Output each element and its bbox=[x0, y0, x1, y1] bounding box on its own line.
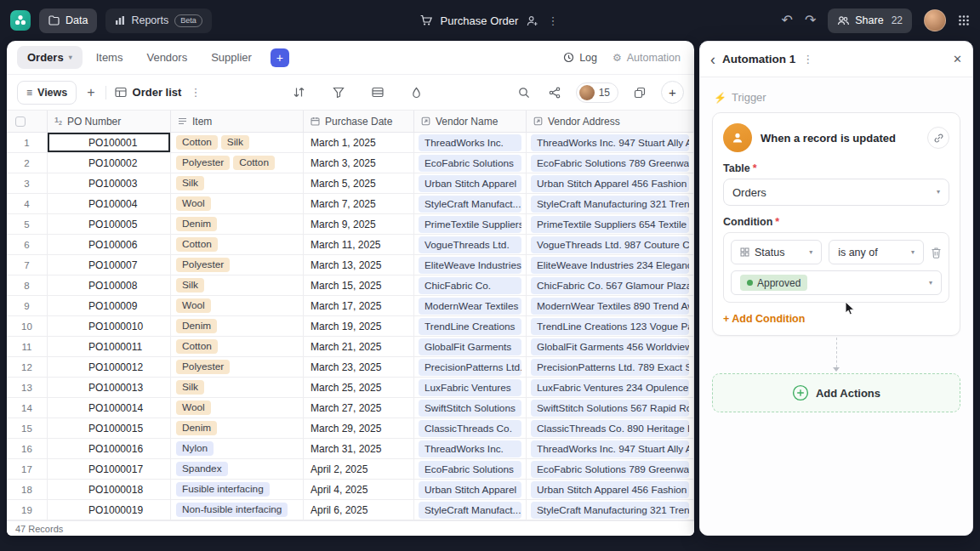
add-record-button[interactable]: + bbox=[661, 81, 684, 104]
trigger-card[interactable]: When a record is updated Table* Orders ▾… bbox=[712, 112, 960, 336]
cell-item[interactable]: PolyesterCotton bbox=[171, 153, 304, 173]
cell-vendor-name[interactable]: ChicFabric Co. bbox=[414, 276, 527, 296]
cell-vendor-address[interactable]: EcoFabric Solutions 789 Greenway Drive bbox=[527, 459, 694, 480]
cell-vendor-address[interactable]: ThreadWorks Inc. 947 Stuart Ally Apt 13B bbox=[527, 133, 694, 153]
cell-purchase-date[interactable]: March 29, 2025 bbox=[304, 418, 414, 439]
cell-item[interactable]: CottonSilk bbox=[171, 133, 304, 153]
cell-vendor-address[interactable]: Urban Stitch Apparel 456 Fashion Street … bbox=[527, 173, 694, 194]
filter-button[interactable] bbox=[329, 83, 348, 102]
cell-vendor-address[interactable]: PrecisionPatterns Ltd. 789 Exact Street … bbox=[527, 357, 694, 378]
cell-vendor-name[interactable]: GlobalFit Garments bbox=[414, 337, 527, 357]
cell-vendor-name[interactable]: ModernWear Textiles bbox=[414, 296, 527, 316]
back-button[interactable]: ‹ bbox=[710, 52, 715, 67]
row-number[interactable]: 5 bbox=[7, 214, 48, 235]
cell-purchase-date[interactable]: March 27, 2025 bbox=[304, 398, 414, 418]
cell-po-number[interactable]: PO1000014 bbox=[48, 398, 171, 418]
cell-item[interactable]: Silk bbox=[171, 276, 304, 296]
cell-purchase-date[interactable]: April 2, 2025 bbox=[304, 459, 414, 480]
search-button[interactable] bbox=[515, 83, 533, 102]
row-number[interactable]: 8 bbox=[7, 276, 48, 296]
cell-item[interactable]: Wool bbox=[171, 194, 304, 214]
cell-purchase-date[interactable]: March 15, 2025 bbox=[304, 276, 414, 296]
view-menu-button[interactable]: ⋮ bbox=[190, 86, 201, 99]
row-number[interactable]: 12 bbox=[7, 357, 48, 378]
row-number[interactable]: 16 bbox=[7, 439, 48, 459]
log-button[interactable]: Log bbox=[563, 52, 597, 64]
extensions-button[interactable] bbox=[630, 83, 649, 102]
row-number[interactable]: 7 bbox=[7, 255, 48, 276]
cell-item[interactable]: Polyester bbox=[171, 255, 304, 276]
close-panel-button[interactable]: ✕ bbox=[953, 53, 962, 65]
column-header-vendor-address[interactable]: Vendor Address bbox=[527, 111, 694, 132]
cell-item[interactable]: Non-fusible interfacing bbox=[171, 500, 304, 520]
cell-vendor-name[interactable]: SwiftStitch Solutions bbox=[414, 398, 527, 418]
cell-vendor-address[interactable]: Urban Stitch Apparel 456 Fashion Street … bbox=[527, 480, 694, 500]
row-number[interactable]: 18 bbox=[7, 480, 48, 500]
cell-po-number[interactable]: PO1000019 bbox=[48, 500, 171, 520]
cell-vendor-address[interactable]: ModernWear Textiles 890 Trend Avenue S bbox=[527, 296, 694, 316]
row-number[interactable]: 9 bbox=[7, 296, 48, 316]
cell-vendor-name[interactable]: StyleCraft Manufact... bbox=[414, 194, 527, 214]
condition-operator-select[interactable]: is any of ▾ bbox=[829, 240, 924, 264]
cell-purchase-date[interactable]: March 25, 2025 bbox=[304, 378, 414, 398]
sort-button[interactable] bbox=[290, 83, 309, 102]
cell-item[interactable]: Polyester bbox=[171, 357, 304, 378]
cell-po-number[interactable]: PO1000017 bbox=[48, 459, 171, 480]
cell-item[interactable]: Fusible interfacing bbox=[171, 480, 304, 500]
row-number[interactable]: 4 bbox=[7, 194, 48, 214]
row-number[interactable]: 1 bbox=[7, 133, 48, 153]
cell-vendor-address[interactable]: VogueThreads Ltd. 987 Couture Crescent bbox=[527, 235, 694, 255]
app-logo[interactable] bbox=[10, 10, 31, 31]
cell-vendor-name[interactable]: ThreadWorks Inc. bbox=[414, 439, 527, 459]
checkbox-icon[interactable] bbox=[15, 116, 26, 127]
delete-condition-button[interactable] bbox=[931, 247, 942, 258]
cell-vendor-address[interactable]: GlobalFit Garments 456 Worldview Drive bbox=[527, 337, 694, 357]
cell-po-number[interactable]: PO100004 bbox=[48, 194, 171, 214]
collaborators-chip[interactable]: 15 bbox=[576, 82, 618, 103]
column-header-item[interactable]: Item bbox=[171, 111, 304, 132]
cell-po-number[interactable]: PO100006 bbox=[48, 235, 171, 255]
cell-po-number[interactable]: PO1000012 bbox=[48, 357, 171, 378]
cell-item[interactable]: Denim bbox=[171, 418, 304, 439]
webhook-button[interactable] bbox=[927, 127, 949, 149]
cell-po-number[interactable]: PO100005 bbox=[48, 214, 171, 235]
cell-purchase-date[interactable]: April 4, 2025 bbox=[304, 480, 414, 500]
tab-items[interactable]: Items bbox=[86, 46, 134, 69]
invite-collaborator-icon[interactable] bbox=[526, 15, 538, 26]
cell-vendor-name[interactable]: StyleCraft Manufact... bbox=[414, 500, 527, 520]
cell-vendor-name[interactable]: EcoFabric Solutions bbox=[414, 459, 527, 480]
apps-grid-icon[interactable] bbox=[958, 14, 970, 26]
cell-vendor-address[interactable]: ClassicThreads Co. 890 Heritage Lane Flo bbox=[527, 418, 694, 439]
cell-vendor-name[interactable]: Urban Stitch Apparel bbox=[414, 173, 527, 194]
cell-item[interactable]: Denim bbox=[171, 316, 304, 337]
cell-vendor-address[interactable]: EliteWeave Industries 234 Elegance Boule bbox=[527, 255, 694, 276]
cell-vendor-name[interactable]: ClassicThreads Co. bbox=[414, 418, 527, 439]
table-select[interactable]: Orders ▾ bbox=[723, 179, 949, 206]
doc-menu-button[interactable]: ⋮ bbox=[545, 14, 560, 27]
cell-po-number[interactable]: PO1000013 bbox=[48, 378, 171, 398]
row-number[interactable]: 17 bbox=[7, 459, 48, 480]
add-condition-button[interactable]: + Add Condition bbox=[723, 313, 949, 325]
nav-data[interactable]: Data bbox=[39, 9, 97, 33]
cell-po-number[interactable]: PO1000018 bbox=[48, 480, 171, 500]
user-avatar[interactable] bbox=[924, 9, 946, 31]
cell-item[interactable]: Cotton bbox=[171, 337, 304, 357]
add-view-button[interactable]: + bbox=[85, 86, 96, 99]
row-number[interactable]: 15 bbox=[7, 418, 48, 439]
select-all-header[interactable] bbox=[7, 111, 48, 132]
view-name-button[interactable]: Order list bbox=[115, 86, 182, 99]
cell-purchase-date[interactable]: March 17, 2025 bbox=[304, 296, 414, 316]
cell-po-number[interactable]: PO1000010 bbox=[48, 316, 171, 337]
cell-vendor-address[interactable]: ThreadWorks Inc. 947 Stuart Ally Apt 13B bbox=[527, 439, 694, 459]
cell-po-number[interactable]: PO100003 bbox=[48, 173, 171, 194]
row-number[interactable]: 13 bbox=[7, 378, 48, 398]
cell-item[interactable]: Cotton bbox=[171, 235, 304, 255]
cell-vendor-name[interactable]: LuxFabric Ventures bbox=[414, 378, 527, 398]
cell-item[interactable]: Denim bbox=[171, 214, 304, 235]
cell-item[interactable]: Spandex bbox=[171, 459, 304, 480]
cell-po-number[interactable]: PO1000011 bbox=[48, 337, 171, 357]
row-number[interactable]: 14 bbox=[7, 398, 48, 418]
cell-po-number[interactable]: PO100008 bbox=[48, 276, 171, 296]
cell-purchase-date[interactable]: March 13, 2025 bbox=[304, 255, 414, 276]
color-button[interactable] bbox=[407, 83, 426, 102]
